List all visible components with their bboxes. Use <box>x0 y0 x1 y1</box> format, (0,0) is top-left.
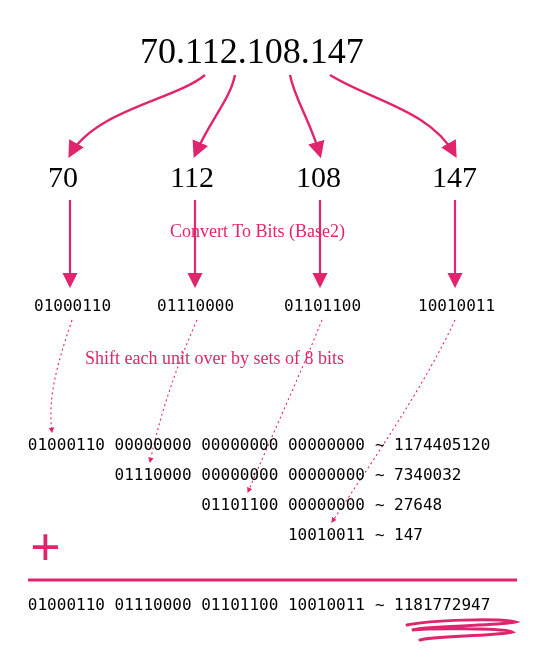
shift-row-4-sep: ~ <box>375 525 385 544</box>
result-sep: ~ <box>375 595 385 614</box>
ip-to-int-diagram: { "ip": "70.112.108.147", "octets": { "o… <box>0 0 545 654</box>
octet-3: 108 <box>296 160 341 194</box>
label-convert-to-bits: Convert To Bits (Base2) <box>170 221 345 242</box>
bits-4: 10010011 <box>418 296 495 315</box>
arrow-layer <box>0 0 545 654</box>
shift-row-2-bin: 01110000 00000000 00000000 <box>115 465 365 484</box>
shift-row-1-dec: 1174405120 <box>394 435 490 454</box>
shift-row-2-sep: ~ <box>375 465 385 484</box>
octet-1: 70 <box>48 160 78 194</box>
ip-address: 70.112.108.147 <box>140 30 364 72</box>
shift-row-2-dec: 7340032 <box>394 465 461 484</box>
shift-row-3-sep: ~ <box>375 495 385 514</box>
shift-row-1-sep: ~ <box>375 435 385 454</box>
bits-2: 01110000 <box>157 296 234 315</box>
bits-1: 01000110 <box>34 296 111 315</box>
bits-3: 01101100 <box>284 296 361 315</box>
result-dec: 1181772947 <box>394 595 490 614</box>
octet-4: 147 <box>432 160 477 194</box>
shift-row-1-bin: 01000110 00000000 00000000 00000000 <box>28 435 365 454</box>
shift-row-3-bin: 01101100 00000000 <box>201 495 365 514</box>
label-shift-bits: Shift each unit over by sets of 8 bits <box>85 348 344 369</box>
plus-icon: + <box>30 520 61 574</box>
shift-row-4-dec: 147 <box>394 525 423 544</box>
octet-2: 112 <box>170 160 214 194</box>
shift-row-3-dec: 27648 <box>394 495 442 514</box>
shift-row-4-bin: 10010011 <box>288 525 365 544</box>
result-bin: 01000110 01110000 01101100 10010011 <box>28 595 365 614</box>
